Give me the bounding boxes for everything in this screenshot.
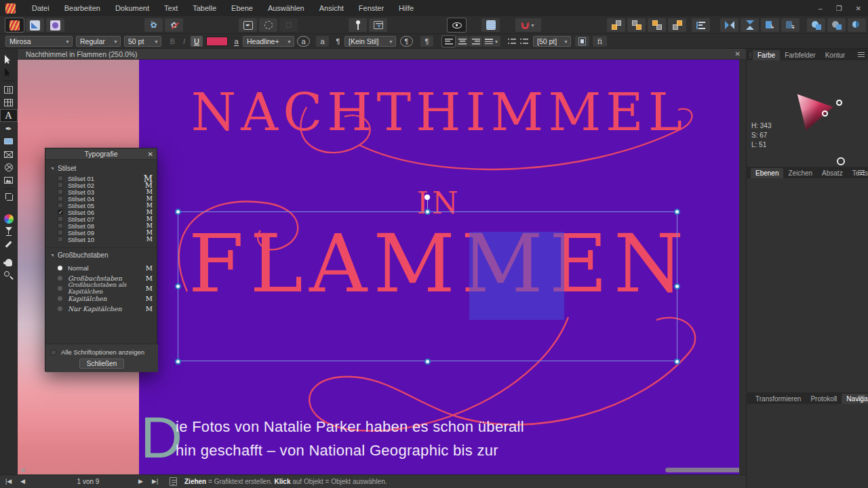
checkbox[interactable]	[58, 237, 63, 242]
tab-protokoll[interactable]: Protokoll	[806, 394, 842, 404]
menu-fenster[interactable]: Fenster	[351, 4, 391, 12]
bold-button[interactable]: B	[167, 36, 178, 47]
window-restore-button[interactable]: ❐	[836, 5, 842, 12]
radio[interactable]	[58, 296, 62, 301]
bullet-list-button[interactable]	[506, 36, 518, 47]
menu-auswaehlen[interactable]: Auswählen	[260, 4, 312, 12]
window-minimize-button[interactable]: –	[818, 5, 823, 12]
sl-marker[interactable]	[822, 110, 828, 117]
stilset-section-header[interactable]: Stilset	[51, 165, 76, 172]
handle-bottom-right[interactable]	[674, 359, 680, 365]
panel-menu-icon[interactable]	[858, 396, 865, 401]
show-all-options-checkbox-row[interactable]: Alle Schriftoptionen anzeigen	[51, 348, 144, 356]
boolean-divide-button[interactable]	[848, 18, 866, 32]
arrange-backward-button[interactable]	[648, 18, 666, 32]
panel-import-button[interactable]: ▼	[369, 18, 387, 32]
optical-alignment-button[interactable]	[575, 36, 589, 47]
previous-page-button[interactable]: ◀	[20, 478, 25, 485]
checkbox[interactable]	[58, 223, 63, 228]
insert-behind-button[interactable]: ↴	[781, 18, 800, 32]
persona-photo-button[interactable]	[46, 18, 64, 32]
align-center-button[interactable]	[456, 36, 469, 47]
checkbox[interactable]	[58, 176, 63, 181]
checkbox[interactable]	[58, 203, 63, 208]
node-tool-button[interactable]	[0, 66, 18, 79]
tab-kontur[interactable]: Kontur	[821, 50, 850, 60]
arrange-front-button[interactable]	[607, 18, 625, 32]
radio[interactable]	[58, 306, 62, 311]
font-size-select[interactable]: 50 pt▼	[124, 36, 161, 47]
align-justify-button[interactable]: ▼	[483, 36, 500, 47]
handle-top-center[interactable]	[425, 209, 431, 215]
pen-tool-button[interactable]: ✒	[0, 122, 18, 135]
show-formatting-button[interactable]: ¶	[420, 36, 433, 47]
checkbox[interactable]	[58, 196, 63, 201]
pin-button[interactable]	[349, 18, 367, 32]
menu-ansicht[interactable]: Ansicht	[312, 4, 351, 12]
circle-a-button[interactable]: a	[297, 36, 310, 47]
schliessen-button[interactable]: Schließen	[79, 359, 124, 369]
text-frame-tool-button[interactable]	[0, 83, 18, 96]
align-right-button[interactable]	[469, 36, 482, 47]
checkbox[interactable]	[58, 230, 63, 235]
styleset-row[interactable]: Stilset 08M	[58, 222, 153, 229]
marquee-circle-button[interactable]	[259, 18, 277, 32]
window-close-button[interactable]: ✕	[856, 5, 861, 12]
menu-tabelle[interactable]: Tabelle	[185, 4, 224, 12]
table-tool-button[interactable]	[0, 96, 18, 109]
selection-frame[interactable]	[178, 211, 677, 361]
opacity-slider-handle[interactable]	[837, 157, 845, 165]
text-color-swatch[interactable]	[206, 37, 228, 46]
transparency-tool-button[interactable]	[0, 225, 18, 238]
menu-dokument[interactable]: Dokument	[108, 4, 157, 12]
handle-mid-right[interactable]	[674, 283, 680, 289]
arrange-forward-button[interactable]	[627, 18, 646, 32]
next-page-button[interactable]: ▶	[138, 478, 143, 485]
gradient-tool-button[interactable]	[0, 212, 18, 225]
menu-ebene[interactable]: Ebene	[224, 4, 260, 12]
radio-selected[interactable]	[58, 266, 62, 270]
preview-mode-button[interactable]	[448, 18, 466, 32]
underline-a-icon[interactable]: a	[231, 36, 241, 47]
ligatures-button[interactable]: fi	[593, 36, 607, 47]
flip-vertical-button[interactable]	[741, 18, 759, 32]
flip-horizontal-button[interactable]	[720, 18, 738, 32]
artistic-text-tool-button[interactable]: A	[0, 109, 18, 122]
styleset-row[interactable]: Stilset 10M	[58, 236, 153, 243]
font-family-select[interactable]: Mirosa▼	[5, 36, 73, 47]
handle-bottom-center[interactable]	[425, 359, 431, 365]
styleset-row[interactable]: Stilset 01M	[58, 175, 153, 182]
tab-ebenen[interactable]: Ebenen	[751, 168, 783, 178]
tab-farbfelder[interactable]: Farbfelder	[780, 50, 821, 60]
typografie-panel-header[interactable]: Typografie ✕	[45, 148, 157, 160]
styleset-row[interactable]: Stilset 02M	[58, 182, 153, 188]
boolean-subtract-button[interactable]	[827, 18, 846, 32]
flower-arrow-button[interactable]: ✿↑	[144, 18, 163, 32]
last-page-button[interactable]: ▶|	[152, 478, 158, 485]
boolean-add-button[interactable]	[807, 18, 825, 32]
handle-bottom-left[interactable]	[175, 359, 181, 365]
menu-bearbeiten[interactable]: Bearbeiten	[57, 4, 108, 12]
character-button[interactable]: a	[316, 36, 329, 47]
pilcrow-icon-1[interactable]: ¶	[333, 36, 343, 47]
document-tab-title[interactable]: Nachthimmel in Flammen (250.0%)	[26, 50, 138, 58]
menu-hilfe[interactable]: Hilfe	[391, 4, 421, 12]
styleset-row[interactable]: Stilset 05M	[58, 202, 153, 209]
snapping-button[interactable]: ▼	[515, 18, 541, 32]
handle-top-left[interactable]	[175, 209, 181, 215]
caps-option-normal[interactable]: NormalM	[58, 264, 153, 272]
styleset-row[interactable]: Stilset 03M	[58, 188, 153, 195]
flower-slash-button[interactable]: ✿	[165, 18, 183, 32]
zoom-tool-button[interactable]	[0, 269, 18, 282]
styleset-row-checked[interactable]: ✓Stilset 06M	[58, 209, 153, 216]
numbered-list-button[interactable]	[518, 36, 530, 47]
place-image-tool-button[interactable]	[0, 174, 18, 186]
italic-button[interactable]: I	[178, 36, 190, 47]
caps-option-uppercase-smallcaps[interactable]: Großbuchstaben als KapitälchenM	[58, 284, 153, 292]
hscroll-left-arrow[interactable]: ◀	[20, 467, 24, 473]
insert-inside-button[interactable]: ↳	[761, 18, 779, 32]
baseline-grid-button[interactable]	[481, 18, 500, 32]
rectangle-tool-button[interactable]	[0, 135, 18, 148]
handle-mid-left[interactable]	[175, 283, 181, 289]
radio[interactable]	[58, 276, 62, 281]
